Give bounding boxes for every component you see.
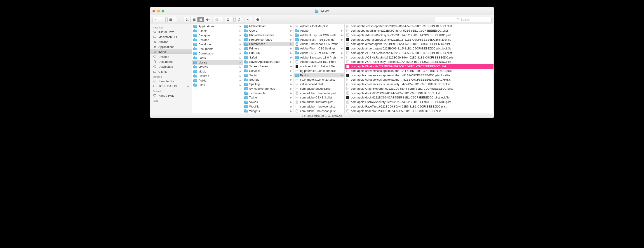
tags-button[interactable]	[245, 17, 252, 22]
file-row[interactable]: Opera▶	[243, 28, 294, 33]
file-row[interactable]: Adobe Photoshop CS6 Paths	[294, 42, 344, 46]
action-button[interactable]: ⌄	[213, 17, 223, 22]
file-row[interactable]: com.adobe.bridge5.plist	[294, 86, 344, 91]
file-row[interactable]: SyncedPreferences▶	[243, 86, 294, 91]
file-row[interactable]: com.apple.AddressBook.sync.6222B…A4-52B5…	[344, 33, 494, 38]
file-row[interactable]: Designer▶	[192, 33, 243, 38]
file-row[interactable]: Adobe IllExp…er CS6 Prefs▶	[294, 33, 344, 38]
file-row[interactable]: ByHost▶	[294, 73, 344, 78]
file-row[interactable]: com.apple.coreservices.appleidauthe…A4-5…	[344, 69, 494, 73]
file-row[interactable]: com.apple.coreservices.lsuseractivity…4-…	[344, 82, 494, 86]
column-4[interactable]: com.adobe.crashreporter.6222BC99-86A4-52…	[344, 24, 494, 113]
info-button[interactable]: i	[254, 17, 262, 22]
file-row[interactable]: Desktop▶	[192, 38, 243, 42]
file-row[interactable]: Voices▶	[243, 100, 294, 104]
sidebar-item-remote-disc[interactable]: Remote Disc	[150, 78, 192, 84]
file-row[interactable]: com.apple.AOSKit.RegInfo.6222BC99-86A4-5…	[344, 55, 494, 60]
sidebar-item-icloud-drive[interactable]: iCloud Drive	[150, 29, 192, 34]
file-row[interactable]: Social▶	[243, 73, 294, 78]
file-row[interactable]: Public▶	[192, 78, 243, 83]
file-row[interactable]: PubSub▶	[243, 51, 294, 55]
file-row[interactable]: com.apple.FaceTime.6222BC99-86A4-52B5-81…	[344, 104, 494, 109]
sidebar-item-toshiba-ext[interactable]: TOSHIBA EXT⏏	[150, 84, 192, 88]
file-row[interactable]: Downloads▶	[192, 51, 243, 56]
file-row[interactable]: AddressBookMe.plist	[294, 24, 344, 28]
file-row[interactable]: com.adobe.illustrator.plist	[294, 100, 344, 104]
file-row[interactable]: Applications▶	[192, 24, 243, 28]
forward-button[interactable]	[159, 17, 166, 22]
file-row[interactable]: com.adobe.Photoshop.plist	[294, 109, 344, 113]
file-row[interactable]: Developer▶	[192, 42, 243, 46]
file-row[interactable]: com.apple.finder.6222BC99-86A4-52B5-81B1…	[344, 109, 494, 113]
column-3[interactable]: AddressBookMe.plistAdobe▶Adobe IllExp…er…	[294, 24, 344, 113]
sidebar-item-airdrop[interactable]: AirDrop	[150, 39, 192, 44]
zoom-button[interactable]	[162, 10, 164, 12]
file-row[interactable]: Sounds▶	[243, 78, 294, 82]
file-row[interactable]: com.apple.AddressBook.sync.6222B…5-81B1-…	[344, 37, 494, 42]
file-row[interactable]: Screen Savers▶	[243, 64, 294, 69]
column-view-button[interactable]	[198, 17, 204, 22]
sidebar-item-documents[interactable]: Documents	[150, 59, 192, 64]
file-row[interactable]: com.apple.AOSKit.AlertCache.6222B…A4-52B…	[344, 51, 494, 55]
file-row[interactable]: com.adobe.…browser.plist	[294, 104, 344, 109]
file-row[interactable]: Spelling▶	[243, 82, 294, 86]
file-row[interactable]: ca.primatela…ench23.plist	[294, 78, 344, 82]
file-row[interactable]: WebKit▶	[243, 104, 294, 109]
file-row[interactable]: com.apple.Bluetooth.6222BC99-86A4-52B5-8…	[344, 64, 494, 69]
file-row[interactable]: Services▶	[243, 69, 294, 73]
file-row[interactable]: at.obdev.Litt….plist.lockfile	[294, 64, 344, 69]
sidebar-item-clients[interactable]: Clients	[150, 69, 192, 74]
sidebar-item-macintosh-hd[interactable]: Macintosh HD	[150, 34, 192, 39]
arrange-button[interactable]: ⌄	[225, 17, 234, 22]
search-input[interactable]: Search	[435, 17, 492, 22]
file-row[interactable]: Sites▶	[192, 83, 243, 87]
file-row[interactable]: Adobe▶	[294, 28, 344, 33]
file-row[interactable]: Adobe Illustr…S6 Settings▶	[294, 37, 344, 42]
column-1[interactable]: Applications▶Clients▶Designer▶Desktop▶De…	[192, 24, 243, 113]
sidebar-item-desktop[interactable]: Desktop	[150, 54, 192, 59]
sidebar-item-ikane[interactable]: iKane	[150, 49, 192, 54]
icon-view-button[interactable]	[184, 17, 191, 22]
file-row[interactable]: Saved Application State▶	[243, 60, 294, 64]
back-button[interactable]	[153, 17, 159, 22]
close-button[interactable]	[152, 10, 155, 12]
file-row[interactable]: Adobe Phot…CS6 Settings▶	[294, 46, 344, 51]
minimize-button[interactable]	[157, 10, 160, 12]
coverflow-view-button[interactable]	[204, 17, 211, 22]
file-row[interactable]: Adobe Save…eb 13.0 Prefs▶	[294, 55, 344, 60]
sidebar-item-kane-s-imac[interactable]: Kane's iMac	[150, 93, 192, 98]
file-row[interactable]: com.apple.coreservices.appleidauthe…-81B…	[344, 73, 494, 78]
file-row[interactable]: com.apple.EscrowSecurityAlert.6222…A4-52…	[344, 100, 494, 104]
path-button[interactable]: ⌄	[168, 17, 177, 22]
file-row[interactable]: com.adobe.crashreporter.6222BC99-86A4-52…	[344, 24, 494, 28]
file-row[interactable]: com.apple.airport.agent.6222BC99-86A4-52…	[344, 42, 494, 46]
file-row[interactable]: com.apple.dock.6222BC99-86A4-52B5-81B1-C…	[344, 91, 494, 95]
list-view-button[interactable]	[191, 17, 198, 22]
file-row[interactable]: com.apple.airport.agent.6222BC99-8…5-81B…	[344, 46, 494, 51]
file-row[interactable]: TextWrangler▶	[243, 91, 294, 95]
file-row[interactable]: com.adobe.…hreporter.plist	[294, 91, 344, 95]
file-row[interactable]: com.apple.AOSPushRelay.TopicInfo.…A4-52B…	[344, 60, 494, 64]
file-row[interactable]: Library▶	[192, 60, 243, 64]
file-row[interactable]: Widgets▶	[243, 109, 294, 113]
file-row[interactable]: Adobe Save…AI 16.0 Prefs	[294, 60, 344, 64]
titlebar[interactable]: ByHost	[150, 7, 494, 15]
file-row[interactable]: Safari▶	[243, 55, 294, 60]
file-row[interactable]: Fonts▶	[192, 56, 243, 60]
file-row[interactable]: Clients▶	[192, 28, 243, 33]
sidebar-item-downloads[interactable]: Downloads	[150, 64, 192, 69]
file-row[interactable]: PhotoshopCrashes▶	[243, 33, 294, 38]
file-row[interactable]: Preferences▶	[243, 42, 294, 46]
file-row[interactable]: com.apple.CrashReporter.6222BC99-86A4-52…	[344, 86, 494, 91]
file-row[interactable]: callservicesd.plist	[294, 82, 344, 86]
file-row[interactable]: MobileSafari▶	[243, 24, 294, 28]
share-button[interactable]	[236, 17, 243, 22]
file-row[interactable]: Pictures▶	[192, 74, 243, 78]
sidebar-item-applications[interactable]: Applications	[150, 44, 192, 49]
file-row[interactable]: com.adobe.CSXS.3.plist	[294, 95, 344, 100]
file-row[interactable]: Printers▶	[243, 46, 294, 51]
file-row[interactable]: PreferencePanes▶	[243, 37, 294, 42]
column-2[interactable]: MobileSafari▶Opera▶PhotoshopCrashes▶Pref…	[243, 24, 294, 113]
file-row[interactable]: com.apple.dock.6222BC99-86A4-52B5-81B1-C…	[344, 95, 494, 100]
eject-icon[interactable]: ⏏	[186, 84, 189, 88]
